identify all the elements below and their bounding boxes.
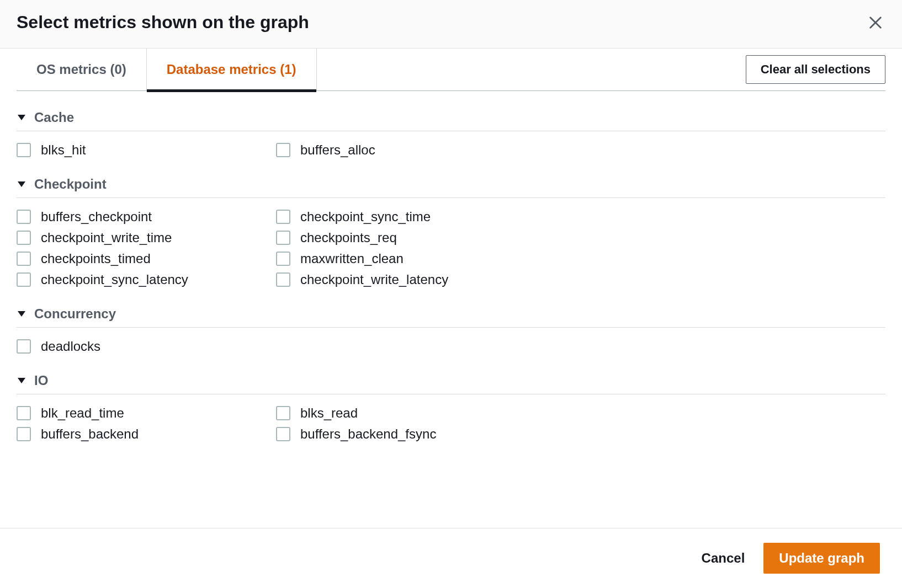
section-io-title: IO bbox=[34, 373, 48, 388]
metric-item-maxwritten-clean: maxwritten_clean bbox=[276, 251, 535, 266]
checkbox-buffers-backend[interactable] bbox=[17, 427, 31, 441]
metric-label: buffers_alloc bbox=[300, 142, 375, 158]
tab-bar: OS metrics (0) Database metrics (1) Clea… bbox=[17, 49, 885, 91]
metric-label: buffers_checkpoint bbox=[41, 209, 152, 224]
metric-label: blks_hit bbox=[41, 142, 86, 158]
metric-item-deadlocks: deadlocks bbox=[17, 339, 276, 354]
dialog-header: Select metrics shown on the graph bbox=[0, 0, 902, 49]
metric-item-blks-hit: blks_hit bbox=[17, 142, 276, 158]
section-concurrency-header[interactable]: Concurrency bbox=[17, 306, 885, 328]
checkbox-maxwritten-clean[interactable] bbox=[276, 252, 290, 266]
checkbox-checkpoint-sync-time[interactable] bbox=[276, 210, 290, 224]
metric-label: checkpoints_timed bbox=[41, 251, 151, 266]
section-checkpoint: Checkpoint buffers_checkpoint checkpoint… bbox=[17, 177, 885, 287]
checkbox-checkpoint-write-time[interactable] bbox=[17, 231, 31, 245]
update-graph-button[interactable]: Update graph bbox=[763, 543, 880, 574]
checkbox-checkpoints-req[interactable] bbox=[276, 231, 290, 245]
section-io-header[interactable]: IO bbox=[17, 373, 885, 394]
tab-os-metrics[interactable]: OS metrics (0) bbox=[17, 49, 147, 90]
content-scroll-area[interactable]: OS metrics (0) Database metrics (1) Clea… bbox=[0, 49, 902, 528]
metric-label: checkpoints_req bbox=[300, 230, 397, 245]
metric-label: checkpoint_write_time bbox=[41, 230, 172, 245]
checkbox-deadlocks[interactable] bbox=[17, 339, 31, 354]
metric-item-buffers-checkpoint: buffers_checkpoint bbox=[17, 209, 276, 224]
svg-marker-5 bbox=[18, 378, 25, 383]
caret-down-icon bbox=[17, 309, 26, 319]
section-concurrency: Concurrency deadlocks bbox=[17, 306, 885, 354]
tab-database-metrics[interactable]: Database metrics (1) bbox=[147, 49, 317, 90]
section-cache: Cache blks_hit buffers_alloc bbox=[17, 110, 885, 158]
section-io: IO blk_read_time blks_read buffers_backe… bbox=[17, 373, 885, 442]
metric-label: blk_read_time bbox=[41, 405, 124, 421]
caret-down-icon bbox=[17, 179, 26, 189]
section-concurrency-body: deadlocks bbox=[17, 328, 885, 354]
metric-item-checkpoints-timed: checkpoints_timed bbox=[17, 251, 276, 266]
metric-label: checkpoint_sync_latency bbox=[41, 272, 188, 287]
dialog-footer: Cancel Update graph bbox=[0, 528, 902, 588]
checkbox-checkpoints-timed[interactable] bbox=[17, 252, 31, 266]
checkbox-blk-read-time[interactable] bbox=[17, 406, 31, 420]
clear-all-button[interactable]: Clear all selections bbox=[746, 55, 885, 84]
metric-label: maxwritten_clean bbox=[300, 251, 404, 266]
caret-down-icon bbox=[17, 113, 26, 122]
section-checkpoint-body: buffers_checkpoint checkpoint_sync_time … bbox=[17, 198, 885, 287]
metric-item-buffers-alloc: buffers_alloc bbox=[276, 142, 535, 158]
checkbox-checkpoint-write-latency[interactable] bbox=[276, 272, 290, 287]
checkbox-checkpoint-sync-latency[interactable] bbox=[17, 272, 31, 287]
checkbox-blks-read[interactable] bbox=[276, 406, 290, 420]
svg-marker-3 bbox=[18, 181, 25, 187]
tab-os-label: OS metrics (0) bbox=[36, 62, 126, 77]
metric-label: buffers_backend bbox=[41, 426, 139, 442]
svg-marker-4 bbox=[18, 311, 25, 317]
section-concurrency-title: Concurrency bbox=[34, 306, 116, 322]
section-cache-body: blks_hit buffers_alloc bbox=[17, 131, 885, 158]
metric-item-buffers-backend-fsync: buffers_backend_fsync bbox=[276, 426, 535, 442]
checkbox-blks-hit[interactable] bbox=[17, 143, 31, 157]
metric-item-buffers-backend: buffers_backend bbox=[17, 426, 276, 442]
metric-item-checkpoint-sync-time: checkpoint_sync_time bbox=[276, 209, 535, 224]
section-cache-header[interactable]: Cache bbox=[17, 110, 885, 131]
cancel-button[interactable]: Cancel bbox=[702, 550, 745, 566]
metric-label: checkpoint_write_latency bbox=[300, 272, 448, 287]
tab-db-label: Database metrics (1) bbox=[167, 62, 296, 77]
metric-item-blks-read: blks_read bbox=[276, 405, 535, 421]
metric-item-checkpoint-sync-latency: checkpoint_sync_latency bbox=[17, 272, 276, 287]
metric-item-checkpoint-write-latency: checkpoint_write_latency bbox=[276, 272, 535, 287]
dialog-title: Select metrics shown on the graph bbox=[17, 12, 309, 33]
metric-label: blks_read bbox=[300, 405, 358, 421]
section-cache-title: Cache bbox=[34, 110, 74, 125]
section-checkpoint-title: Checkpoint bbox=[34, 177, 107, 192]
tabs-group: OS metrics (0) Database metrics (1) bbox=[17, 49, 317, 90]
close-button[interactable] bbox=[866, 13, 885, 33]
metric-label: buffers_backend_fsync bbox=[300, 426, 436, 442]
metric-label: deadlocks bbox=[41, 339, 100, 354]
section-checkpoint-header[interactable]: Checkpoint bbox=[17, 177, 885, 198]
metric-item-blk-read-time: blk_read_time bbox=[17, 405, 276, 421]
metric-item-checkpoint-write-time: checkpoint_write_time bbox=[17, 230, 276, 245]
caret-down-icon bbox=[17, 376, 26, 386]
metric-label: checkpoint_sync_time bbox=[300, 209, 431, 224]
checkbox-buffers-alloc[interactable] bbox=[276, 143, 290, 157]
dialog-container: Select metrics shown on the graph OS met… bbox=[0, 0, 902, 588]
svg-marker-2 bbox=[18, 115, 25, 120]
checkbox-buffers-checkpoint[interactable] bbox=[17, 210, 31, 224]
metric-item-checkpoints-req: checkpoints_req bbox=[276, 230, 535, 245]
close-icon bbox=[868, 15, 883, 30]
checkbox-buffers-backend-fsync[interactable] bbox=[276, 427, 290, 441]
section-io-body: blk_read_time blks_read buffers_backend … bbox=[17, 394, 885, 442]
